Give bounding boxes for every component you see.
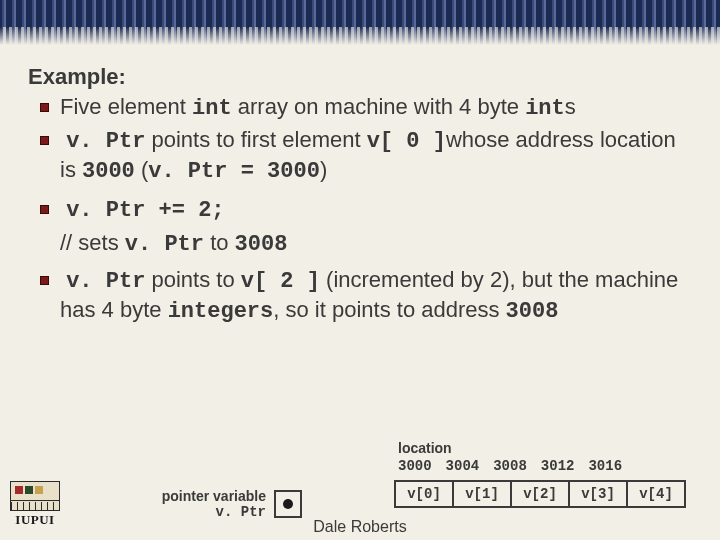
cells-row: v[0] v[1] v[2] v[3] v[4] — [394, 480, 712, 508]
array-cell: v[2] — [510, 480, 570, 508]
array-cell: v[4] — [626, 480, 686, 508]
code: v. Ptr — [66, 269, 145, 294]
logo-graphic — [10, 481, 60, 511]
text: // sets — [60, 230, 125, 255]
footer-author: Dale Roberts — [0, 518, 720, 536]
array-cell: v[0] — [394, 480, 454, 508]
bullet-icon — [40, 136, 49, 145]
code: integers — [168, 299, 274, 324]
memory-diagram: location 3000 3004 3008 3012 3016 v[0] v… — [392, 458, 712, 508]
text: s — [565, 94, 576, 119]
addr: 3000 — [398, 458, 432, 474]
code: int — [192, 96, 232, 121]
code: int — [525, 96, 565, 121]
array-cell: v[3] — [568, 480, 628, 508]
comment-line: // sets v. Ptr to 3008 — [28, 229, 692, 259]
text: points to — [145, 267, 240, 292]
text: pointer variable — [126, 488, 266, 504]
decorative-top-border — [0, 0, 720, 45]
code: v[ 0 ] — [367, 129, 446, 154]
code: 3008 — [506, 299, 559, 324]
addr: 3012 — [541, 458, 575, 474]
array-cell: v[1] — [452, 480, 512, 508]
address-row: 3000 3004 3008 3012 3016 — [398, 458, 712, 474]
location-label: location — [398, 440, 452, 456]
code: 3000 — [82, 159, 135, 184]
code: 3008 — [235, 232, 288, 257]
pointer-label: pointer variable v. Ptr — [126, 488, 266, 520]
bullet-2: v. Ptr points to first element v[ 0 ]who… — [28, 126, 692, 185]
pointer-box — [274, 490, 302, 518]
bullet-1: Five element int array on machine with 4… — [28, 93, 692, 123]
text: Five element — [60, 94, 192, 119]
bullet-icon — [40, 103, 49, 112]
code: v. Ptr — [66, 129, 145, 154]
bullet-4: v. Ptr points to v[ 2 ] (incremented by … — [28, 266, 692, 325]
text: points to first element — [145, 127, 366, 152]
pointer-diagram: pointer variable v. Ptr — [126, 488, 336, 520]
bullet-icon — [40, 205, 49, 214]
text: , so it points to address — [273, 297, 505, 322]
addr: 3008 — [493, 458, 527, 474]
code: v. Ptr — [125, 232, 204, 257]
text: to — [204, 230, 235, 255]
bullet-3: v. Ptr += 2; — [28, 195, 692, 225]
text: ) — [320, 157, 327, 182]
example-heading: Example: — [28, 63, 692, 91]
slide-content: Example: Five element int array on machi… — [0, 45, 720, 325]
code: v. Ptr = 3000 — [148, 159, 320, 184]
code: v. Ptr += 2; — [66, 198, 224, 223]
dot-icon — [283, 499, 293, 509]
bullet-icon — [40, 276, 49, 285]
text: array on machine with 4 byte — [232, 94, 525, 119]
addr: 3004 — [446, 458, 480, 474]
code: v[ 2 ] — [241, 269, 320, 294]
text: ( — [135, 157, 148, 182]
addr: 3016 — [588, 458, 622, 474]
